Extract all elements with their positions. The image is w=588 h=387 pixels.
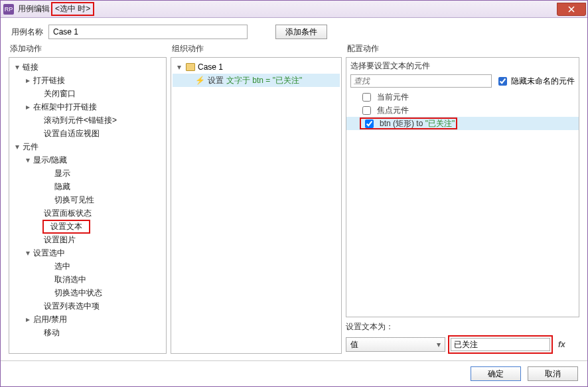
widget-list[interactable]: 当前元件 焦点元件 btn (矩形) to "已关注" — [346, 90, 579, 317]
case-name-label: 用例名称 — [11, 27, 43, 38]
value-type-label: 值 — [350, 339, 358, 350]
org-action-row[interactable]: ⚡ 设置 文字于 btn = "已关注" — [173, 74, 340, 87]
set-text-section: 设置文本为： 值 ▾ fx — [346, 321, 579, 354]
tree-item-toggle-sel[interactable]: 切换选中状态 — [9, 286, 166, 299]
widget-row-btn[interactable]: btn (矩形) to "已关注" — [346, 117, 579, 130]
case-editor-window: RP 用例编辑 <选中 时> 用例名称 添加条件 添加动作 链接 打开链接 关闭… — [0, 0, 588, 387]
top-row: 用例名称 添加条件 — [1, 18, 587, 43]
widget-search-input[interactable] — [350, 74, 492, 88]
titlebar[interactable]: RP 用例编辑 <选中 时> — [1, 1, 587, 18]
case-name-input[interactable] — [48, 25, 248, 39]
window-title: 用例编辑 — [18, 3, 50, 15]
configure-action-header: 配置动作 — [346, 43, 579, 54]
tree-item-hide[interactable]: 隐藏 — [9, 180, 166, 193]
tree-item-scroll-to[interactable]: 滚动到元件<锚链接> — [9, 114, 166, 127]
hide-unnamed-checkbox[interactable]: 隐藏未命名的元件 — [496, 75, 575, 88]
tree-item-enable-disable[interactable]: 启用/禁用 — [9, 313, 166, 326]
fx-button[interactable]: fx — [558, 340, 565, 349]
tree-group-widgets[interactable]: 元件 — [9, 140, 166, 153]
action-tree-panel[interactable]: 链接 打开链接 关闭窗口 在框架中打开链接 滚动到元件<锚链接> 设置自适应视图… — [9, 57, 167, 354]
tree-item-selected[interactable]: 选中 — [9, 260, 166, 273]
configure-panel: 选择要设置文本的元件 隐藏未命名的元件 当前元件 — [346, 57, 579, 317]
set-text-to-label: 设置文本为： — [346, 321, 579, 333]
widget-check-btn[interactable] — [365, 119, 374, 128]
widget-row-focus[interactable]: 焦点元件 — [346, 104, 579, 117]
widget-row-current[interactable]: 当前元件 — [346, 90, 579, 104]
tree-item-open-link[interactable]: 打开链接 — [9, 74, 166, 87]
ok-button[interactable]: 确定 — [471, 366, 521, 381]
add-action-column: 添加动作 链接 打开链接 关闭窗口 在框架中打开链接 滚动到元件<锚链接> 设置… — [9, 43, 167, 354]
widget-row-label: 焦点元件 — [377, 105, 409, 116]
app-icon: RP — [3, 4, 14, 15]
tree-group-set-selected[interactable]: 设置选中 — [9, 246, 166, 260]
organize-action-header: 组织动作 — [171, 43, 342, 54]
tree-item-set-image[interactable]: 设置图片 — [9, 233, 166, 246]
widget-check-current[interactable] — [362, 93, 371, 102]
organize-panel[interactable]: Case 1 ⚡ 设置 文字于 btn = "已关注" — [171, 57, 342, 354]
cancel-button[interactable]: 取消 — [528, 366, 578, 381]
value-input[interactable] — [451, 338, 550, 351]
tree-item-open-in-frame[interactable]: 在框架中打开链接 — [9, 100, 166, 114]
tree-item-set-list-item[interactable]: 设置列表选中项 — [9, 299, 166, 313]
widget-row-label: 当前元件 — [377, 92, 409, 103]
tree-group-showhide[interactable]: 显示/隐藏 — [9, 153, 166, 167]
action-tree: 链接 打开链接 关闭窗口 在框架中打开链接 滚动到元件<锚链接> 设置自适应视图… — [9, 58, 166, 342]
organize-action-column: 组织动作 Case 1 ⚡ 设置 文字于 btn = "已关注" — [171, 43, 342, 354]
close-button[interactable] — [557, 3, 586, 16]
chevron-down-icon: ▾ — [437, 340, 441, 349]
widget-check-focus[interactable] — [362, 106, 371, 115]
org-case-label: Case 1 — [198, 62, 223, 72]
folder-icon — [186, 63, 195, 71]
configure-action-column: 配置动作 选择要设置文本的元件 隐藏未命名的元件 当前元件 — [346, 43, 579, 354]
tree-item-close-window[interactable]: 关闭窗口 — [9, 87, 166, 100]
hide-unnamed-input[interactable] — [498, 77, 507, 86]
tree-item-unselect[interactable]: 取消选中 — [9, 273, 166, 286]
tree-item-set-text[interactable]: 设置文本 — [9, 220, 166, 233]
org-action-target: 文字于 btn = "已关注" — [226, 75, 302, 86]
org-case-row[interactable]: Case 1 — [173, 60, 340, 74]
columns: 添加动作 链接 打开链接 关闭窗口 在框架中打开链接 滚动到元件<锚链接> 设置… — [1, 43, 587, 360]
tree-item-move[interactable]: 移动 — [9, 326, 166, 339]
tree-item-toggle-vis[interactable]: 切换可见性 — [9, 193, 166, 206]
hide-unnamed-label: 隐藏未命名的元件 — [511, 76, 575, 87]
close-icon — [568, 6, 575, 13]
tree-item-set-adaptive[interactable]: 设置自适应视图 — [9, 127, 166, 140]
select-widget-title: 选择要设置文本的元件 — [346, 58, 579, 73]
tree-item-show[interactable]: 显示 — [9, 167, 166, 180]
value-type-combo[interactable]: 值 ▾ — [346, 337, 445, 352]
tree-item-panel-state[interactable]: 设置面板状态 — [9, 206, 166, 220]
org-action-word: 设置 — [208, 75, 224, 86]
window-title-event: <选中 时> — [51, 2, 94, 16]
add-condition-button[interactable]: 添加条件 — [275, 25, 327, 39]
tree-group-links[interactable]: 链接 — [9, 60, 166, 74]
footer: 确定 取消 — [1, 360, 587, 386]
widget-row-label: btn (矩形) to "已关注" — [380, 118, 455, 129]
bolt-icon: ⚡ — [195, 76, 205, 85]
add-action-header: 添加动作 — [9, 43, 167, 54]
